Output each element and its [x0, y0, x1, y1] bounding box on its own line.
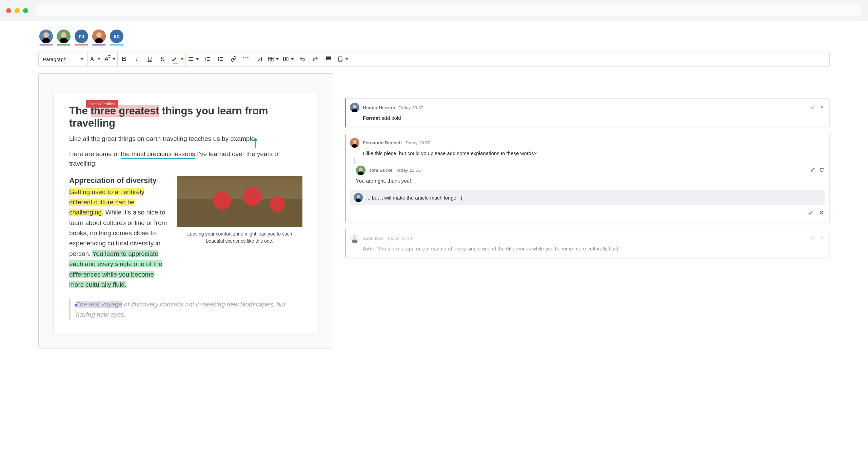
link-button[interactable]	[227, 52, 240, 66]
comment-author: Hunter Herrera	[363, 105, 395, 110]
chevron-down-icon	[113, 58, 115, 60]
comment-anchor: the most precious lessons	[121, 150, 195, 159]
italic-icon: I	[136, 56, 138, 63]
comments-panel: Hunter Herrera Today 13:37 Format add bo…	[345, 73, 830, 258]
svg-point-37	[353, 140, 356, 144]
bold-button[interactable]: B	[118, 52, 131, 66]
redo-button[interactable]	[309, 52, 322, 66]
avatar-icon	[350, 233, 359, 243]
comment-thread[interactable]: Fernando Bennett Today 15:50 I like this…	[345, 134, 830, 223]
doc-heading-1[interactable]: The three greatest things you learn from…	[69, 105, 302, 129]
doc-heading-2[interactable]: Appreciation of diversity	[69, 176, 168, 185]
submit-reply-button[interactable]	[807, 209, 814, 218]
strikethrough-icon: S	[161, 56, 165, 63]
accept-suggestion-button[interactable]	[810, 104, 816, 111]
chevron-down-icon	[98, 58, 100, 60]
thread-item: Toni Burke Today 15:55 You are right, th…	[345, 161, 829, 189]
svg-point-25	[258, 58, 259, 59]
comment-button[interactable]	[322, 52, 335, 66]
avatar-icon	[350, 138, 359, 148]
block-style-label: Paragraph	[43, 56, 66, 62]
reply-draft-text: ... but it will make the article much lo…	[366, 195, 821, 201]
collaborator-5[interactable]: SC	[110, 30, 123, 45]
document-page[interactable]: Joseph Jenkins The three greatest things…	[54, 92, 318, 334]
figure-caption: Leaving your comfort zone might lead you…	[177, 227, 302, 246]
reject-suggestion-button[interactable]	[819, 235, 825, 242]
edit-comment-button[interactable]	[810, 167, 816, 173]
window-close-button[interactable]	[6, 8, 11, 13]
bullet-list-button[interactable]	[214, 52, 227, 66]
link-icon	[231, 56, 237, 62]
svg-point-18	[218, 57, 218, 58]
font-size-dropdown[interactable]: A≡	[102, 52, 117, 66]
collaborator-2[interactable]	[57, 30, 71, 45]
svg-point-34	[353, 105, 356, 109]
suggestion-action-label: Add:	[363, 246, 374, 251]
chevron-down-icon	[181, 58, 183, 60]
figure-image	[177, 176, 302, 227]
collaborator-4[interactable]	[92, 30, 106, 45]
suggestion-card-resolved[interactable]: John Doe Today 19:18 Add: "You learn to …	[345, 229, 830, 258]
font-family-icon: AI	[90, 56, 96, 63]
block-style-dropdown[interactable]: Paragraph	[39, 52, 87, 66]
font-family-dropdown[interactable]: AI	[88, 52, 102, 66]
underline-button[interactable]: U	[143, 52, 156, 66]
comment-time: Today 19:18	[387, 236, 412, 241]
avatar-initials: SC	[110, 30, 123, 43]
numbered-list-icon: 123	[204, 56, 211, 62]
avatar-initials: PJ	[75, 30, 88, 43]
svg-point-4	[61, 32, 66, 38]
undo-button[interactable]	[296, 52, 309, 66]
doc-paragraph[interactable]: Like all the great things on earth trave…	[69, 134, 302, 144]
blockquote-button[interactable]: “”	[240, 52, 253, 66]
window-minimize-button[interactable]	[15, 8, 20, 13]
cancel-reply-button[interactable]	[818, 209, 825, 218]
card-stripe	[345, 98, 346, 127]
highlight-button[interactable]	[169, 52, 185, 66]
svg-point-7	[96, 32, 102, 38]
suggestion-card[interactable]: Hunter Herrera Today 13:37 Format add bo…	[345, 98, 830, 127]
accept-suggestion-button[interactable]	[810, 235, 816, 242]
highlighter-icon	[171, 56, 177, 62]
underline-icon: U	[147, 56, 152, 63]
browser-chrome	[0, 0, 868, 21]
media-dropdown[interactable]	[281, 52, 296, 66]
avatar-photo-icon	[57, 30, 71, 43]
collaborator-underline	[57, 44, 71, 45]
collaborator-underline	[92, 44, 106, 45]
url-bar[interactable]	[36, 5, 862, 16]
track-changes-icon	[337, 56, 343, 62]
doc-figure[interactable]: Leaving your comfort zone might lead you…	[177, 176, 302, 290]
text: Like all the great things on earth trave…	[69, 135, 255, 142]
collaborator-3[interactable]: PJ	[75, 30, 88, 45]
doc-blockquote[interactable]: The real voyage of discovery consists no…	[69, 299, 302, 320]
table-dropdown[interactable]	[266, 52, 281, 66]
comment-body: You are right, thank you!	[350, 177, 825, 185]
collaborator-underline	[110, 44, 123, 45]
comment-author: Fernando Bennett	[363, 140, 402, 145]
collaborator-1[interactable]	[39, 30, 53, 45]
svg-marker-31	[285, 58, 287, 60]
comment-icon	[326, 56, 332, 62]
delete-comment-button[interactable]	[819, 167, 825, 173]
window-maximize-button[interactable]	[23, 8, 28, 13]
chevron-down-icon	[291, 58, 294, 60]
comment-time: Today 15:50	[406, 140, 431, 145]
svg-point-46	[353, 236, 356, 239]
strikethrough-button[interactable]: S	[156, 52, 169, 66]
track-changes-dropdown[interactable]	[335, 52, 350, 66]
reject-suggestion-button[interactable]	[819, 104, 825, 111]
align-dropdown[interactable]	[186, 52, 201, 66]
italic-button[interactable]: I	[131, 52, 143, 66]
numbered-list-button[interactable]: 123	[201, 52, 214, 66]
suggestion-action-label: Format	[363, 115, 380, 121]
doc-paragraph[interactable]: Getting used to an entirely different cu…	[69, 187, 168, 290]
reply-input[interactable]: ... but it will make the article much lo…	[350, 190, 825, 205]
avatar-icon	[354, 193, 363, 202]
editor-canvas: Joseph Jenkins The three greatest things…	[38, 73, 333, 349]
doc-paragraph[interactable]: Here are some of the most precious lesso…	[69, 149, 302, 169]
chevron-down-icon	[196, 58, 199, 60]
svg-point-40	[359, 167, 362, 171]
suggestion-action-text: "You learn to appreciate each and every …	[376, 246, 621, 251]
image-button[interactable]	[253, 52, 266, 66]
